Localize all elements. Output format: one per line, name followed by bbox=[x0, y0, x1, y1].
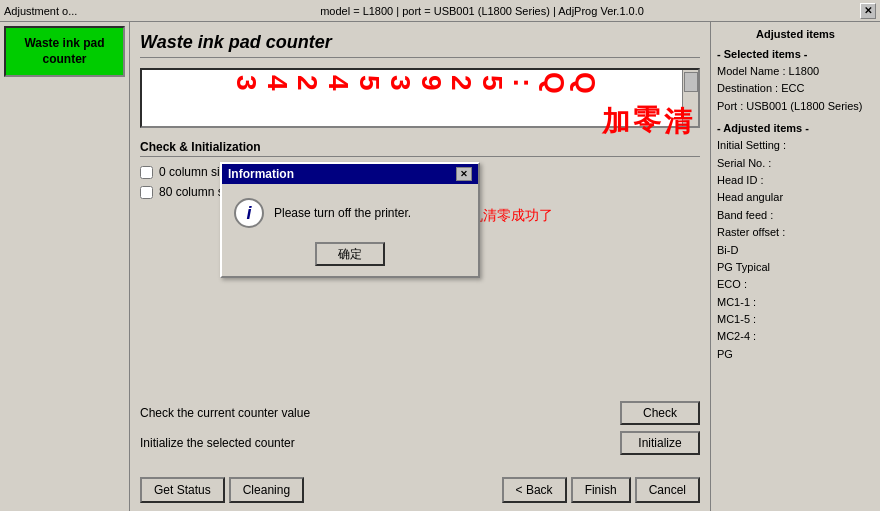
item-mc1-5: MC1-5 : bbox=[717, 312, 874, 327]
dialog-footer: 确定 bbox=[222, 238, 478, 276]
center-content: Waste ink pad counter Check & Initializa… bbox=[130, 22, 710, 511]
dialog-titlebar: Information ✕ bbox=[222, 164, 478, 184]
item-head-angular: Head angular bbox=[717, 190, 874, 205]
dialog-title: Information bbox=[228, 167, 294, 181]
right-panel: Adjusted items - Selected items - Model … bbox=[710, 22, 880, 511]
window-close-button[interactable]: ✕ bbox=[860, 3, 876, 19]
dialog-ok-button[interactable]: 确定 bbox=[315, 242, 385, 266]
item-pg: PG bbox=[717, 347, 874, 362]
information-dialog: Information ✕ i Please turn off the prin… bbox=[220, 162, 480, 278]
item-pg-typical: PG Typical bbox=[717, 260, 874, 275]
item-bi-d: Bi-D bbox=[717, 243, 874, 258]
dialog-close-button[interactable]: ✕ bbox=[456, 167, 472, 181]
dialog-overlay: Information ✕ i Please turn off the prin… bbox=[130, 22, 710, 511]
item-raster-offset: Raster offset : bbox=[717, 225, 874, 240]
item-band-feed: Band feed : bbox=[717, 208, 874, 223]
item-mc1-1: MC1-1 : bbox=[717, 295, 874, 310]
destination: Destination : ECC bbox=[717, 81, 874, 96]
right-panel-title: Adjusted items bbox=[717, 28, 874, 40]
main-layout: Waste ink pad counter Waste ink pad coun… bbox=[0, 22, 880, 511]
item-initial-setting: Initial Setting : bbox=[717, 138, 874, 153]
item-serial-no: Serial No. : bbox=[717, 156, 874, 171]
dialog-message: Please turn off the printer. bbox=[274, 206, 411, 220]
dialog-info-icon: i bbox=[234, 198, 264, 228]
item-head-id: Head ID : bbox=[717, 173, 874, 188]
title-middle: model = L1800 | port = USB001 (L1800 Ser… bbox=[108, 5, 856, 17]
left-sidebar: Waste ink pad counter bbox=[0, 22, 130, 511]
selected-items-title: - Selected items - bbox=[717, 48, 874, 60]
sidebar-item-waste-ink[interactable]: Waste ink pad counter bbox=[4, 26, 125, 77]
title-bar: Adjustment o... model = L1800 | port = U… bbox=[0, 0, 880, 22]
item-eco: ECO : bbox=[717, 277, 874, 292]
dialog-body: i Please turn off the printer. bbox=[222, 184, 478, 238]
adjusted-items-title: - Adjusted items - bbox=[717, 122, 874, 134]
title-left: Adjustment o... bbox=[4, 5, 104, 17]
port: Port : USB001 (L1800 Series) bbox=[717, 99, 874, 114]
item-mc2-4: MC2-4 : bbox=[717, 329, 874, 344]
model-name: Model Name : L1800 bbox=[717, 64, 874, 79]
